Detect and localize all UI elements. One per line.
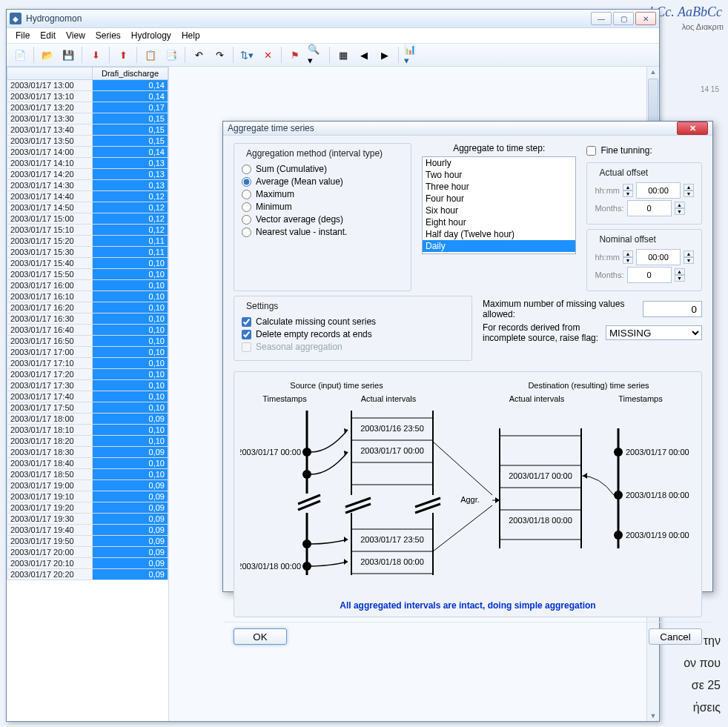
cell-value[interactable]: 0,11 <box>93 247 168 258</box>
table-row[interactable]: 2003/01/17 15:200,11 <box>7 236 168 247</box>
cell-timestamp[interactable]: 2003/01/17 16:30 <box>7 313 93 325</box>
agg-method-option[interactable]: Average (Mean value) <box>242 176 403 187</box>
cell-timestamp[interactable]: 2003/01/17 16:50 <box>7 336 93 347</box>
cell-value[interactable]: 0,13 <box>93 180 168 191</box>
table-row[interactable]: 2003/01/17 17:400,10 <box>7 391 168 402</box>
table-row[interactable]: 2003/01/17 16:000,10 <box>7 280 168 291</box>
menu-hydrology[interactable]: Hydrology <box>127 29 176 42</box>
cell-value[interactable]: 0,09 <box>93 491 168 502</box>
col-timestamp[interactable] <box>7 67 93 80</box>
cell-value[interactable]: 0,10 <box>93 469 168 480</box>
delete-empty-checkbox[interactable] <box>242 330 251 339</box>
cell-value[interactable]: 0,15 <box>93 136 168 147</box>
table-row[interactable]: 2003/01/17 17:100,10 <box>7 358 168 369</box>
cell-value[interactable]: 0,10 <box>93 313 168 325</box>
scroll-up-icon[interactable]: ▲ <box>648 67 658 77</box>
cell-timestamp[interactable]: 2003/01/17 19:10 <box>7 491 93 502</box>
cell-timestamp[interactable]: 2003/01/17 20:00 <box>7 547 93 558</box>
table-row[interactable]: 2003/01/17 14:100,13 <box>7 158 168 169</box>
cell-timestamp[interactable]: 2003/01/17 18:20 <box>7 436 93 447</box>
spin-up[interactable]: ▲ <box>684 184 694 190</box>
cell-timestamp[interactable]: 2003/01/17 17:50 <box>7 402 93 414</box>
cell-timestamp[interactable]: 2003/01/17 13:50 <box>7 136 93 147</box>
flag-icon[interactable]: ⚑ <box>286 46 304 64</box>
cell-timestamp[interactable]: 2003/01/17 19:30 <box>7 514 93 525</box>
cell-timestamp[interactable]: 2003/01/17 18:40 <box>7 458 93 469</box>
table-row[interactable]: 2003/01/17 15:000,12 <box>7 213 168 225</box>
timestep-option[interactable]: Three hour <box>423 181 575 193</box>
agg-method-radio[interactable] <box>242 215 251 225</box>
table-row[interactable]: 2003/01/17 20:100,09 <box>7 558 168 569</box>
calc-missing-row[interactable]: Calculate missing count series <box>242 316 464 327</box>
table-row[interactable]: 2003/01/17 13:400,15 <box>7 125 168 136</box>
cell-timestamp[interactable]: 2003/01/17 15:20 <box>7 236 93 247</box>
cell-value[interactable]: 0,09 <box>93 558 168 569</box>
table-row[interactable]: 2003/01/17 17:500,10 <box>7 402 168 414</box>
data-grid[interactable]: Drafi_discharge 2003/01/17 13:000,142003… <box>7 67 169 721</box>
cell-value[interactable]: 0,09 <box>93 525 168 536</box>
cell-value[interactable]: 0,12 <box>93 202 168 213</box>
cell-timestamp[interactable]: 2003/01/17 14:10 <box>7 158 93 169</box>
spin-up[interactable]: ▲ <box>623 250 633 257</box>
sort-icon[interactable]: ⇅▾ <box>238 46 256 64</box>
redo-icon[interactable]: ↷ <box>211 46 228 64</box>
agg-method-radio[interactable] <box>242 190 251 199</box>
spin-down[interactable]: ▼ <box>675 208 685 215</box>
maximize-button[interactable]: ▢ <box>613 12 634 25</box>
cell-value[interactable]: 0,09 <box>93 514 168 525</box>
cell-value[interactable]: 0,13 <box>93 158 168 169</box>
prev-icon[interactable]: ◀ <box>355 46 373 64</box>
fine-tuning-checkbox[interactable] <box>586 146 596 156</box>
cell-timestamp[interactable]: 2003/01/17 19:00 <box>7 480 93 491</box>
cell-value[interactable]: 0,10 <box>93 369 168 380</box>
db-upload-icon[interactable]: ⬆ <box>114 46 132 64</box>
timestep-option[interactable]: Eight hour <box>423 216 575 228</box>
actual-offset-time[interactable] <box>636 182 681 199</box>
spin-up[interactable]: ▲ <box>623 184 633 190</box>
chart-icon[interactable]: 📊▾ <box>403 46 421 64</box>
table-row[interactable]: 2003/01/17 16:500,10 <box>7 336 168 347</box>
cell-value[interactable]: 0,09 <box>93 569 168 580</box>
table-row[interactable]: 2003/01/17 13:500,15 <box>7 136 168 147</box>
close-button[interactable]: ✕ <box>635 12 656 25</box>
cell-value[interactable]: 0,14 <box>93 147 168 158</box>
menu-edit[interactable]: Edit <box>36 29 60 42</box>
cell-timestamp[interactable]: 2003/01/17 14:40 <box>7 191 93 202</box>
agg-method-radio[interactable] <box>242 202 251 212</box>
cell-timestamp[interactable]: 2003/01/17 17:10 <box>7 358 93 369</box>
table-row[interactable]: 2003/01/17 18:200,10 <box>7 436 168 447</box>
cell-timestamp[interactable]: 2003/01/17 18:10 <box>7 425 93 436</box>
cell-timestamp[interactable]: 2003/01/17 17:00 <box>7 347 93 358</box>
cell-value[interactable]: 0,15 <box>93 113 168 125</box>
timestep-option[interactable]: Two hour <box>423 169 575 181</box>
table-row[interactable]: 2003/01/17 15:300,11 <box>7 247 168 258</box>
cell-timestamp[interactable]: 2003/01/17 19:50 <box>7 536 93 547</box>
nominal-offset-time[interactable] <box>636 249 681 265</box>
cell-value[interactable]: 0,10 <box>93 436 168 447</box>
table-row[interactable]: 2003/01/17 19:100,09 <box>7 491 168 502</box>
timestep-option[interactable]: Monthly <box>423 252 575 253</box>
cell-value[interactable]: 0,10 <box>93 336 168 347</box>
cell-timestamp[interactable]: 2003/01/17 13:40 <box>7 125 93 136</box>
table-row[interactable]: 2003/01/17 13:300,15 <box>7 113 168 125</box>
agg-method-option[interactable]: Vector average (degs) <box>242 214 403 225</box>
cell-timestamp[interactable]: 2003/01/17 16:20 <box>7 302 93 313</box>
cell-timestamp[interactable]: 2003/01/17 17:40 <box>7 391 93 402</box>
next-icon[interactable]: ▶ <box>376 46 394 64</box>
cell-timestamp[interactable]: 2003/01/17 16:10 <box>7 291 93 302</box>
spin-down[interactable]: ▼ <box>684 257 694 264</box>
agg-method-option[interactable]: Maximum <box>242 189 403 199</box>
cell-value[interactable]: 0,09 <box>93 502 168 514</box>
cell-value[interactable]: 0,14 <box>93 91 168 102</box>
spin-down[interactable]: ▼ <box>623 257 633 264</box>
timestep-option[interactable]: Four hour <box>423 193 575 205</box>
cell-value[interactable]: 0,10 <box>93 391 168 402</box>
cell-timestamp[interactable]: 2003/01/17 13:10 <box>7 91 93 102</box>
cell-timestamp[interactable]: 2003/01/17 17:30 <box>7 380 93 391</box>
cell-timestamp[interactable]: 2003/01/17 16:40 <box>7 325 93 336</box>
menu-file[interactable]: File <box>11 29 34 42</box>
cell-timestamp[interactable]: 2003/01/17 14:00 <box>7 147 93 158</box>
cell-timestamp[interactable]: 2003/01/17 13:20 <box>7 102 93 113</box>
cell-timestamp[interactable]: 2003/01/17 15:40 <box>7 258 93 269</box>
main-titlebar[interactable]: ◆ Hydrognomon — ▢ ✕ <box>7 10 659 28</box>
